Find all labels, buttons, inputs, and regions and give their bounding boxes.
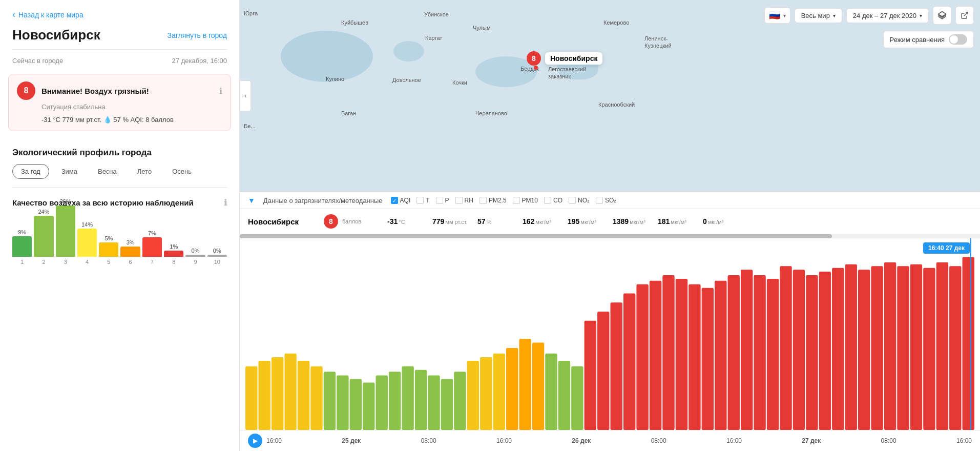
bar-axis-label: 10: [214, 259, 220, 265]
cb-rh[interactable]: RH: [455, 197, 473, 204]
scroll-thumb: [240, 234, 832, 238]
right-panel: Куйбышев Убинское Каргат Чулым Купино До…: [240, 0, 980, 451]
region-select[interactable]: Весь мир ▾: [795, 8, 842, 23]
row-pm25-unit: мкг/м³: [535, 219, 551, 225]
flag-icon: 🇷🇺: [769, 10, 780, 21]
bar-group: 0%10: [207, 248, 227, 265]
aqi-card: 8 Внимание! Воздух грязный! ℹ Ситуация с…: [8, 74, 231, 131]
flag-button[interactable]: 🇷🇺 ▾: [764, 7, 790, 24]
svg-rect-30: [611, 302, 622, 430]
period-tab-year[interactable]: За год: [12, 164, 49, 179]
period-tab-summer[interactable]: Лето: [129, 165, 160, 178]
bar-rect: [207, 255, 227, 257]
bar-group: 14%4: [77, 221, 97, 265]
tl-1600-25: 16:00: [496, 437, 512, 444]
city-link[interactable]: Заглянуть в город: [168, 31, 227, 39]
bar-pct-label: 1%: [170, 243, 178, 250]
external-link-button[interactable]: [955, 6, 974, 25]
tl-0800-25: 08:00: [421, 437, 436, 444]
svg-rect-11: [363, 383, 374, 430]
svg-rect-3: [258, 361, 270, 430]
svg-rect-39: [728, 275, 740, 430]
chevron-down-icon-date: ▾: [920, 13, 922, 18]
cb-p[interactable]: P: [436, 197, 449, 204]
cb-rh-label: RH: [465, 197, 473, 204]
period-tab-autumn[interactable]: Осень: [164, 165, 200, 178]
svg-rect-13: [389, 372, 401, 430]
cb-co-label: CO: [553, 197, 562, 204]
layers-button[interactable]: [933, 6, 951, 25]
cb-pm25[interactable]: PM2.5: [479, 197, 507, 204]
svg-rect-57: [963, 257, 974, 430]
map-area: Куйбышев Убинское Каргат Чулым Купино До…: [240, 0, 980, 192]
cb-no2-box: [569, 197, 576, 204]
bar-axis-label: 6: [129, 259, 132, 265]
comparison-toggle[interactable]: Режим сравнения: [883, 31, 974, 48]
quality-info-icon[interactable]: ℹ: [224, 198, 227, 208]
marker-city-label: Новосибирск: [545, 52, 602, 65]
cb-co-box: [544, 197, 551, 204]
tl-1600-26: 16:00: [726, 437, 742, 444]
play-button[interactable]: ▶: [248, 434, 262, 448]
table-label: Данные о загрязнителях/метеоданные: [263, 197, 383, 204]
row-pm10-unit: мкг/м³: [580, 219, 596, 225]
row-no2-val: 181: [658, 217, 670, 225]
city-name: Новосибирск: [12, 27, 100, 43]
period-tabs: За год Зима Весна Лето Осень: [0, 162, 239, 187]
bar-rect: [185, 255, 205, 257]
map-collapse-button[interactable]: ‹: [240, 80, 251, 111]
svg-rect-22: [506, 348, 518, 430]
cb-no2[interactable]: NO₂: [569, 197, 590, 204]
data-table-area: ▼ Данные о загрязнителях/метеоданные ✓ A…: [240, 192, 980, 238]
svg-rect-35: [676, 279, 687, 430]
svg-rect-31: [623, 294, 635, 430]
svg-rect-23: [519, 339, 531, 430]
period-tab-winter[interactable]: Зима: [53, 165, 86, 178]
cb-pm10[interactable]: PM10: [513, 197, 538, 204]
map-label-chulym: Чулым: [473, 25, 490, 31]
date-select[interactable]: 24 дек – 27 дек 2020 ▾: [846, 8, 929, 23]
svg-rect-41: [754, 275, 765, 430]
row-co-unit: мкг/м³: [630, 219, 645, 225]
row-pm10-item: 195 мкг/м³: [568, 217, 609, 225]
section-profile-title: Экологический профиль города: [0, 139, 239, 162]
svg-rect-8: [324, 372, 336, 430]
tl-1600-27: 16:00: [956, 437, 972, 444]
chart-timeline: ▶ 16:00 25 дек 08:00 16:00 26 дек 08:00 …: [240, 430, 980, 451]
cb-co[interactable]: CO: [544, 197, 562, 204]
cb-pm25-box: [479, 197, 487, 204]
bar-rect: [142, 237, 162, 257]
cb-so2-box: [596, 197, 603, 204]
cb-so2[interactable]: SO₂: [596, 197, 616, 204]
map-top-controls: 🇷🇺 ▾ Весь мир ▾ 24 дек – 27 дек 2020 ▾: [764, 6, 974, 25]
svg-rect-6: [298, 361, 309, 430]
svg-rect-9: [337, 375, 348, 430]
map-water-2: [393, 41, 424, 61]
scroll-track[interactable]: [240, 234, 980, 238]
bar-group: 0%9: [185, 248, 205, 265]
bar-pct-label: 7%: [148, 230, 156, 236]
row-aqi-unit: баллов: [342, 218, 361, 224]
map-marker-novosibirsk[interactable]: 8 Новосибирск: [527, 51, 602, 66]
back-link[interactable]: Назад к карте мира: [0, 0, 239, 25]
collapse-arrow[interactable]: ▼: [248, 196, 255, 204]
toggle-switch[interactable]: [949, 34, 967, 45]
marker-aqi-badge: 8: [527, 51, 541, 66]
map-label-cherepanovo: Черепаново: [475, 110, 507, 116]
tl-26dec: 26 дек: [572, 437, 591, 444]
row-temp-item: -31 °C: [387, 217, 428, 225]
map-label-kupino: Купино: [326, 76, 344, 82]
aqi-metrics: -31 °C 779 мм рт.ст. 💧 57 % AQI: 8 балло…: [41, 116, 222, 124]
bar-pct-label: 0%: [213, 248, 221, 254]
svg-rect-12: [376, 375, 387, 430]
info-icon[interactable]: ℹ: [219, 86, 222, 96]
current-info: Сейчас в городе 27 декабря, 16:00: [0, 50, 239, 72]
svg-rect-29: [597, 312, 609, 430]
cb-aqi[interactable]: ✓ AQI: [391, 197, 411, 204]
bar-rect: [77, 229, 97, 257]
bars-container: 9%124%236%314%45%53%67%71%80%90%10: [12, 214, 227, 265]
period-tab-spring[interactable]: Весна: [90, 165, 125, 178]
svg-rect-24: [532, 342, 544, 430]
cb-t[interactable]: T: [416, 197, 429, 204]
svg-rect-47: [832, 268, 844, 430]
